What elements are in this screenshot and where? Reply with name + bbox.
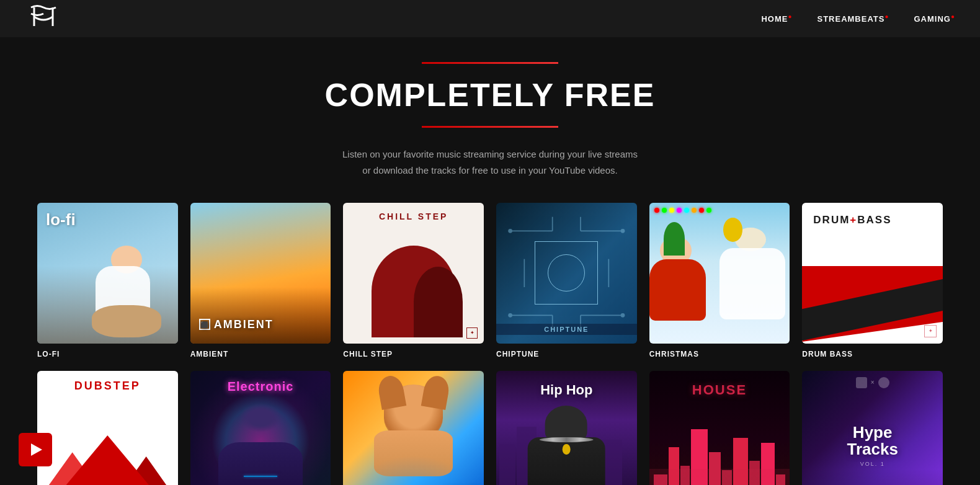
svg-point-10 (508, 229, 512, 233)
lofi-label: LO-FI (37, 350, 60, 358)
dubstep-card-text: DUBSTEP (37, 380, 178, 393)
nav-home[interactable]: HOME● (761, 14, 792, 24)
card-hifi[interactable]: Hi-Fi HI-FI (343, 371, 484, 485)
card-lofi[interactable]: lo-fi LO-FI (37, 203, 178, 358)
nav-streambeats[interactable]: STREAMBEATS● (817, 14, 889, 24)
play-icon (31, 443, 42, 456)
svg-point-12 (508, 313, 512, 318)
chiptune-box (535, 241, 598, 305)
cards-row-2: DUBSTEP ✦ DUB STEP Electronic (37, 371, 943, 485)
svg-point-13 (621, 313, 625, 318)
hero-section: COMPLETELY FREE Listen on your favorite … (0, 37, 980, 197)
cards-row-1: lo-fi LO-FI ⬛ AMBIENT (37, 203, 943, 358)
hype-logo1 (856, 377, 867, 388)
hiphop-card-text: Hip Hop (496, 382, 637, 398)
hero-title: COMPLETELY FREE (12, 76, 968, 113)
hero-description: Listen on your favorite music streaming … (12, 146, 968, 178)
chillstep-card-text: CHILL STEP (343, 211, 484, 221)
play-button[interactable] (19, 433, 52, 466)
hype-x-symbol: × (871, 379, 875, 386)
card-hypetracks[interactable]: × Hype Tracks VOL. 1 HYPE TRACKS (802, 371, 943, 485)
drumbass-card-text: DRUM+BASS (813, 214, 891, 226)
hype-logo2 (878, 377, 889, 388)
hype-title-block: Hype Tracks VOL. 1 (847, 424, 898, 467)
ambient-label: AMBIENT (190, 350, 229, 358)
card-ambient[interactable]: ⬛ AMBIENT AMBIENT (190, 203, 331, 358)
svg-point-11 (621, 229, 625, 233)
card-dubstep[interactable]: DUBSTEP ✦ DUB STEP (37, 371, 178, 485)
chiptune-label: CHIPTUNE (496, 350, 539, 358)
card-drumbass[interactable]: DRUM+BASS ✦ DRUM BASS (802, 203, 943, 358)
chillstep-icon: ✦ (466, 327, 478, 339)
house-card-text: HOUSE (649, 382, 790, 398)
card-chillstep[interactable]: CHILL STEP ✦ CHILL STEP (343, 203, 484, 358)
hero-line-top (422, 62, 558, 64)
chiptune-card-text: CHIPTUNE (496, 324, 637, 335)
christmas-label: CHRISTMAS (649, 350, 699, 358)
ambient-card-text: ⬛ AMBIENT (199, 318, 274, 331)
card-house[interactable]: HOUSE (649, 371, 790, 485)
chillstep-label: CHILL STEP (343, 350, 393, 358)
cards-grid-section: lo-fi LO-FI ⬛ AMBIENT (0, 197, 980, 485)
site-logo[interactable] (25, 1, 62, 37)
card-chiptune[interactable]: CHIPTUNE CHIPTUNE (496, 203, 637, 358)
drumbass-icon: ✦ (924, 325, 937, 337)
card-hiphop[interactable]: Hip Hop HIP HOP (496, 371, 637, 485)
card-christmas[interactable]: CHRISTMAS (649, 203, 790, 358)
navigation: HOME● STREAMBEATS● GAMING● (0, 0, 980, 37)
hero-line-bottom (422, 126, 558, 128)
nav-gaming[interactable]: GAMING● (914, 14, 956, 24)
lofi-card-text: lo-fi (46, 210, 76, 229)
drumbass-label: DRUM BASS (802, 350, 853, 358)
card-electronic[interactable]: Electronic ✦ ELECTRONIC (190, 371, 331, 485)
